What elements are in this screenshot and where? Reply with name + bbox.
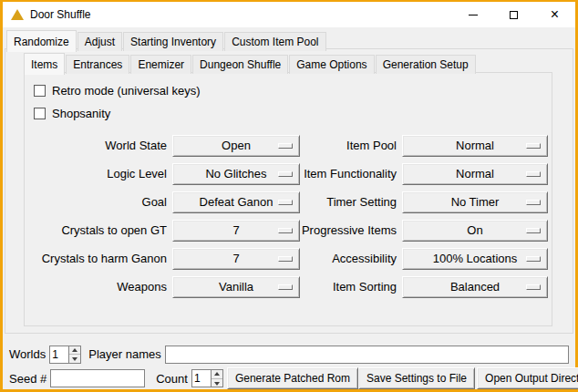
close-button[interactable]: × [534, 2, 575, 27]
open-output-button[interactable]: Open Output Directory [477, 367, 578, 389]
maximize-button[interactable] [493, 2, 534, 27]
timer-setting-label: Timer Setting [300, 195, 397, 209]
options-grid: World State Open Item Pool Normal Logic … [34, 131, 552, 301]
form-row: World State Open Item Pool Normal [34, 131, 552, 160]
item-sorting-label: Item Sorting [300, 280, 397, 294]
seed-input[interactable] [50, 369, 145, 387]
crystals-gt-dropdown[interactable]: 7 [172, 220, 300, 242]
accessibility-dropdown[interactable]: 100% Locations [402, 248, 548, 270]
dropdown-value: Balanced [450, 280, 500, 294]
retro-mode-label: Retro mode (universal keys) [52, 84, 201, 98]
spinner-buttons [68, 346, 80, 363]
weapons-label: Weapons [34, 280, 167, 294]
dropdown-indicator-icon [526, 143, 541, 149]
world-state-label: World State [34, 139, 167, 152]
worlds-spinner [49, 346, 81, 364]
tab-adjust[interactable]: Adjust [77, 32, 122, 51]
generate-rom-button[interactable]: Generate Patched Rom [227, 367, 358, 389]
seed-label: Seed # [9, 372, 46, 386]
progressive-items-label: Progressive Items [300, 223, 397, 237]
tab-starting-inventory[interactable]: Starting Inventory [123, 32, 223, 51]
form-row: Goal Defeat Ganon Timer Setting No Timer [34, 188, 552, 216]
dropdown-value: Vanilla [219, 280, 253, 294]
worlds-row: Worlds Player names [9, 343, 569, 366]
items-panel: Retro mode (universal keys) Shopsanity W… [24, 72, 552, 326]
app-icon [10, 7, 25, 22]
crystals-gt-label: Crystals to open GT [34, 223, 167, 237]
subtab-game-options[interactable]: Game Options [289, 55, 374, 74]
tab-randomize[interactable]: Randomize [6, 30, 77, 52]
dropdown-value: Defeat Ganon [200, 195, 274, 209]
timer-setting-dropdown[interactable]: No Timer [402, 191, 548, 213]
seed-row: Seed # Count Generate Patched Rom Save S… [9, 366, 569, 390]
dropdown-indicator-icon [526, 200, 541, 205]
item-pool-label: Item Pool [300, 139, 397, 152]
checkbox-unchecked-icon [34, 108, 46, 119]
progressive-items-dropdown[interactable]: On [402, 220, 548, 242]
dropdown-value: 100% Locations [433, 252, 518, 265]
subtab-dungeon-shuffle[interactable]: Dungeon Shuffle [192, 55, 288, 74]
player-names-input[interactable] [165, 346, 569, 364]
dropdown-value: Open [222, 139, 251, 152]
player-names-label: Player names [88, 347, 160, 361]
item-functionality-label: Item Functionality [300, 167, 397, 181]
subtab-items[interactable]: Items [24, 53, 65, 75]
world-state-dropdown[interactable]: Open [172, 135, 300, 157]
dropdown-indicator-icon [278, 228, 293, 233]
spin-down-button[interactable] [212, 379, 222, 387]
goal-dropdown[interactable]: Defeat Ganon [172, 191, 300, 213]
window: Door Shuffle × Randomize Adjust Starting… [0, 0, 578, 392]
maximize-icon [510, 11, 518, 19]
dropdown-indicator-icon [278, 143, 293, 149]
sub-tab-bar: Items Entrances Enemizer Dungeon Shuffle… [24, 53, 477, 74]
dropdown-value: Normal [456, 139, 494, 152]
count-spinner [191, 369, 223, 387]
subtab-enemizer[interactable]: Enemizer [130, 55, 191, 74]
form-row: Weapons Vanilla Item Sorting Balanced [34, 273, 552, 301]
dropdown-value: No Timer [451, 195, 500, 209]
shopsanity-checkbox[interactable]: Shopsanity [34, 102, 552, 125]
form-row: Logic Level No Glitches Item Functionali… [34, 160, 552, 188]
goal-label: Goal [34, 195, 167, 209]
subtab-generation-setup[interactable]: Generation Setup [376, 55, 476, 74]
dropdown-value: 7 [232, 252, 239, 265]
crystals-ganon-dropdown[interactable]: 7 [172, 248, 300, 270]
spinner-buttons [211, 370, 222, 387]
item-sorting-dropdown[interactable]: Balanced [402, 276, 548, 298]
dropdown-indicator-icon [526, 284, 541, 290]
window-controls: × [452, 2, 575, 27]
window-title: Door Shuffle [30, 8, 91, 21]
count-input[interactable] [192, 370, 211, 387]
tab-custom-item-pool[interactable]: Custom Item Pool [224, 32, 325, 51]
spin-down-button[interactable] [69, 355, 80, 363]
retro-mode-checkbox[interactable]: Retro mode (universal keys) [34, 79, 552, 102]
dropdown-indicator-icon [526, 171, 541, 177]
subtab-entrances[interactable]: Entrances [66, 55, 129, 74]
weapons-dropdown[interactable]: Vanilla [172, 276, 300, 298]
minimize-button[interactable] [452, 2, 493, 27]
shopsanity-label: Shopsanity [52, 107, 110, 120]
item-functionality-dropdown[interactable]: Normal [402, 163, 548, 185]
dropdown-indicator-icon [526, 228, 541, 233]
accessibility-label: Accessibility [300, 252, 397, 265]
spin-up-button[interactable] [69, 346, 80, 356]
checkbox-unchecked-icon [34, 85, 46, 97]
randomize-pane: Items Entrances Enemizer Dungeon Shuffle… [5, 48, 573, 334]
worlds-input[interactable] [50, 346, 68, 363]
main-tab-bar: Randomize Adjust Starting Inventory Cust… [6, 30, 327, 51]
dropdown-indicator-icon [526, 256, 541, 262]
form-row: Crystals to open GT 7 Progressive Items … [34, 216, 552, 244]
dropdown-indicator-icon [278, 284, 293, 290]
close-icon: × [551, 7, 559, 22]
dropdown-indicator-icon [278, 171, 293, 177]
spin-up-button[interactable] [212, 370, 222, 379]
item-pool-dropdown[interactable]: Normal [402, 135, 548, 157]
crystals-ganon-label: Crystals to harm Ganon [34, 252, 167, 265]
dropdown-value: Normal [456, 167, 494, 181]
count-label: Count [156, 372, 188, 386]
dropdown-indicator-icon [278, 256, 293, 262]
save-settings-button[interactable]: Save Settings to File [358, 367, 475, 389]
titlebar[interactable]: Door Shuffle × [3, 2, 575, 27]
worlds-label: Worlds [9, 347, 46, 361]
logic-level-dropdown[interactable]: No Glitches [172, 163, 300, 185]
